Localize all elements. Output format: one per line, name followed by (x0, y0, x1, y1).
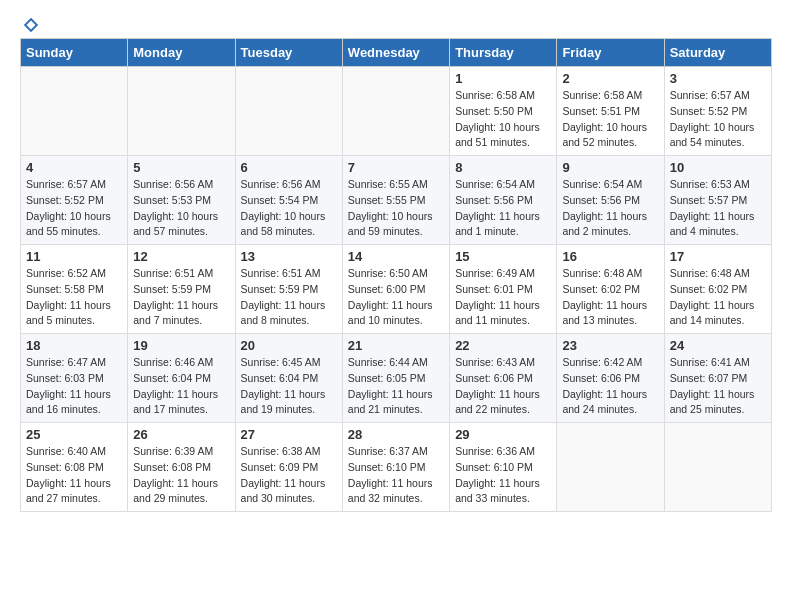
day-number: 12 (133, 249, 229, 264)
day-cell: 6Sunrise: 6:56 AMSunset: 5:54 PMDaylight… (235, 156, 342, 245)
day-number: 23 (562, 338, 658, 353)
day-cell: 11Sunrise: 6:52 AMSunset: 5:58 PMDayligh… (21, 245, 128, 334)
day-number: 9 (562, 160, 658, 175)
day-number: 1 (455, 71, 551, 86)
day-info: Sunrise: 6:55 AMSunset: 5:55 PMDaylight:… (348, 177, 444, 240)
day-number: 19 (133, 338, 229, 353)
day-cell: 12Sunrise: 6:51 AMSunset: 5:59 PMDayligh… (128, 245, 235, 334)
week-row-1: 4Sunrise: 6:57 AMSunset: 5:52 PMDaylight… (21, 156, 772, 245)
day-number: 10 (670, 160, 766, 175)
day-info: Sunrise: 6:56 AMSunset: 5:54 PMDaylight:… (241, 177, 337, 240)
day-cell: 13Sunrise: 6:51 AMSunset: 5:59 PMDayligh… (235, 245, 342, 334)
day-info: Sunrise: 6:41 AMSunset: 6:07 PMDaylight:… (670, 355, 766, 418)
day-cell (21, 67, 128, 156)
column-header-tuesday: Tuesday (235, 39, 342, 67)
day-cell: 2Sunrise: 6:58 AMSunset: 5:51 PMDaylight… (557, 67, 664, 156)
day-info: Sunrise: 6:51 AMSunset: 5:59 PMDaylight:… (133, 266, 229, 329)
day-cell: 9Sunrise: 6:54 AMSunset: 5:56 PMDaylight… (557, 156, 664, 245)
day-cell: 10Sunrise: 6:53 AMSunset: 5:57 PMDayligh… (664, 156, 771, 245)
day-number: 27 (241, 427, 337, 442)
day-number: 26 (133, 427, 229, 442)
day-cell: 18Sunrise: 6:47 AMSunset: 6:03 PMDayligh… (21, 334, 128, 423)
day-number: 11 (26, 249, 122, 264)
day-number: 8 (455, 160, 551, 175)
day-number: 2 (562, 71, 658, 86)
day-number: 22 (455, 338, 551, 353)
day-number: 16 (562, 249, 658, 264)
column-header-sunday: Sunday (21, 39, 128, 67)
day-info: Sunrise: 6:54 AMSunset: 5:56 PMDaylight:… (562, 177, 658, 240)
day-number: 20 (241, 338, 337, 353)
day-cell: 29Sunrise: 6:36 AMSunset: 6:10 PMDayligh… (450, 423, 557, 512)
day-info: Sunrise: 6:49 AMSunset: 6:01 PMDaylight:… (455, 266, 551, 329)
day-cell: 27Sunrise: 6:38 AMSunset: 6:09 PMDayligh… (235, 423, 342, 512)
day-info: Sunrise: 6:58 AMSunset: 5:50 PMDaylight:… (455, 88, 551, 151)
logo (20, 16, 40, 30)
column-header-friday: Friday (557, 39, 664, 67)
day-number: 21 (348, 338, 444, 353)
day-info: Sunrise: 6:36 AMSunset: 6:10 PMDaylight:… (455, 444, 551, 507)
day-cell: 21Sunrise: 6:44 AMSunset: 6:05 PMDayligh… (342, 334, 449, 423)
week-row-3: 18Sunrise: 6:47 AMSunset: 6:03 PMDayligh… (21, 334, 772, 423)
day-cell: 1Sunrise: 6:58 AMSunset: 5:50 PMDaylight… (450, 67, 557, 156)
day-number: 25 (26, 427, 122, 442)
day-cell: 16Sunrise: 6:48 AMSunset: 6:02 PMDayligh… (557, 245, 664, 334)
day-cell: 28Sunrise: 6:37 AMSunset: 6:10 PMDayligh… (342, 423, 449, 512)
day-number: 18 (26, 338, 122, 353)
day-number: 6 (241, 160, 337, 175)
day-info: Sunrise: 6:53 AMSunset: 5:57 PMDaylight:… (670, 177, 766, 240)
day-info: Sunrise: 6:48 AMSunset: 6:02 PMDaylight:… (670, 266, 766, 329)
day-info: Sunrise: 6:47 AMSunset: 6:03 PMDaylight:… (26, 355, 122, 418)
day-cell (557, 423, 664, 512)
day-cell: 25Sunrise: 6:40 AMSunset: 6:08 PMDayligh… (21, 423, 128, 512)
day-info: Sunrise: 6:37 AMSunset: 6:10 PMDaylight:… (348, 444, 444, 507)
day-cell: 3Sunrise: 6:57 AMSunset: 5:52 PMDaylight… (664, 67, 771, 156)
day-info: Sunrise: 6:48 AMSunset: 6:02 PMDaylight:… (562, 266, 658, 329)
column-header-thursday: Thursday (450, 39, 557, 67)
day-cell: 5Sunrise: 6:56 AMSunset: 5:53 PMDaylight… (128, 156, 235, 245)
week-row-0: 1Sunrise: 6:58 AMSunset: 5:50 PMDaylight… (21, 67, 772, 156)
day-number: 17 (670, 249, 766, 264)
day-info: Sunrise: 6:46 AMSunset: 6:04 PMDaylight:… (133, 355, 229, 418)
day-info: Sunrise: 6:45 AMSunset: 6:04 PMDaylight:… (241, 355, 337, 418)
day-info: Sunrise: 6:42 AMSunset: 6:06 PMDaylight:… (562, 355, 658, 418)
day-info: Sunrise: 6:56 AMSunset: 5:53 PMDaylight:… (133, 177, 229, 240)
day-number: 28 (348, 427, 444, 442)
day-info: Sunrise: 6:57 AMSunset: 5:52 PMDaylight:… (670, 88, 766, 151)
day-cell: 17Sunrise: 6:48 AMSunset: 6:02 PMDayligh… (664, 245, 771, 334)
day-cell (664, 423, 771, 512)
day-number: 5 (133, 160, 229, 175)
day-info: Sunrise: 6:39 AMSunset: 6:08 PMDaylight:… (133, 444, 229, 507)
column-header-saturday: Saturday (664, 39, 771, 67)
column-header-monday: Monday (128, 39, 235, 67)
logo-icon (22, 16, 40, 34)
day-cell (128, 67, 235, 156)
day-info: Sunrise: 6:40 AMSunset: 6:08 PMDaylight:… (26, 444, 122, 507)
day-number: 24 (670, 338, 766, 353)
day-cell: 20Sunrise: 6:45 AMSunset: 6:04 PMDayligh… (235, 334, 342, 423)
day-cell (235, 67, 342, 156)
calendar-table: SundayMondayTuesdayWednesdayThursdayFrid… (20, 38, 772, 512)
day-number: 4 (26, 160, 122, 175)
day-cell: 26Sunrise: 6:39 AMSunset: 6:08 PMDayligh… (128, 423, 235, 512)
week-row-2: 11Sunrise: 6:52 AMSunset: 5:58 PMDayligh… (21, 245, 772, 334)
day-cell: 15Sunrise: 6:49 AMSunset: 6:01 PMDayligh… (450, 245, 557, 334)
day-cell (342, 67, 449, 156)
day-info: Sunrise: 6:38 AMSunset: 6:09 PMDaylight:… (241, 444, 337, 507)
day-cell: 22Sunrise: 6:43 AMSunset: 6:06 PMDayligh… (450, 334, 557, 423)
header (20, 16, 772, 30)
day-number: 13 (241, 249, 337, 264)
week-row-4: 25Sunrise: 6:40 AMSunset: 6:08 PMDayligh… (21, 423, 772, 512)
day-info: Sunrise: 6:51 AMSunset: 5:59 PMDaylight:… (241, 266, 337, 329)
day-number: 3 (670, 71, 766, 86)
day-info: Sunrise: 6:54 AMSunset: 5:56 PMDaylight:… (455, 177, 551, 240)
day-info: Sunrise: 6:50 AMSunset: 6:00 PMDaylight:… (348, 266, 444, 329)
day-cell: 8Sunrise: 6:54 AMSunset: 5:56 PMDaylight… (450, 156, 557, 245)
day-info: Sunrise: 6:44 AMSunset: 6:05 PMDaylight:… (348, 355, 444, 418)
day-number: 29 (455, 427, 551, 442)
day-info: Sunrise: 6:57 AMSunset: 5:52 PMDaylight:… (26, 177, 122, 240)
day-number: 7 (348, 160, 444, 175)
page: SundayMondayTuesdayWednesdayThursdayFrid… (0, 0, 792, 528)
day-number: 15 (455, 249, 551, 264)
day-info: Sunrise: 6:43 AMSunset: 6:06 PMDaylight:… (455, 355, 551, 418)
